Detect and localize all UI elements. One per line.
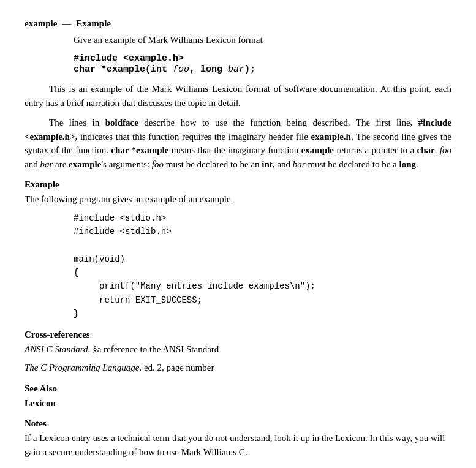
entry-dash: —	[62, 18, 71, 29]
signature-func-bar: bar	[222, 64, 244, 75]
para2-mid9: 's arguments:	[101, 159, 151, 169]
entry-description: Give an example of Mark Williams Lexicon…	[74, 35, 451, 45]
para2-it4: bar	[293, 159, 306, 169]
entry-title: example	[25, 18, 57, 29]
para2-bf8: int	[262, 159, 273, 169]
cross-ref2-normal: ed. 2, page number	[142, 363, 214, 372]
cross-heading: Cross-references	[25, 330, 451, 340]
para2-bf3: example.h	[311, 132, 350, 142]
para2-mid8: are	[53, 159, 69, 169]
example-intro: The following program gives an example o…	[25, 192, 451, 206]
paragraph1: This is an example of the Mark Williams …	[25, 82, 451, 110]
example-heading: Example	[25, 179, 451, 190]
para2-it3: foo	[152, 159, 164, 169]
paragraph1-text: This is an example of the Mark Williams …	[25, 84, 451, 108]
signature-include-text: #include <example.h>	[74, 53, 184, 64]
signature-func-end: );	[244, 64, 255, 75]
para2-mid1: describe how to use the function being d…	[138, 118, 418, 127]
para2-start: The lines in	[49, 118, 105, 127]
signature-func-start: char *example(	[74, 64, 151, 75]
notes-text: If a Lexicon entry uses a technical term…	[25, 431, 451, 459]
para2-mid11: , and	[273, 159, 293, 169]
see-also-text: Lexicon	[25, 396, 451, 410]
para2-mid10: must be declared to be an	[164, 159, 262, 169]
para2-bf1: boldface	[105, 118, 138, 127]
para2-mid4: means that the imaginary function	[168, 145, 301, 155]
para2-bf4: char *example	[111, 145, 168, 155]
para2-bf6: char	[417, 145, 435, 155]
para2-mid2: , indicates that this function requires …	[75, 132, 311, 142]
para2-it2: bar	[40, 159, 53, 169]
para2-bf9: long	[399, 159, 417, 169]
para2-end: .	[416, 159, 418, 169]
see-also-heading: See Also	[25, 383, 451, 394]
notes-heading: Notes	[25, 418, 451, 429]
entry-container: example — Example Give an example of Mar…	[25, 18, 451, 459]
cross-ref1-italic: ANSI C Standard,	[25, 344, 90, 354]
para2-bf5: example	[301, 145, 334, 155]
entry-header: example — Example	[25, 18, 451, 29]
cross-ref1-normal: §a reference to the ANSI Standard	[90, 344, 219, 354]
see-also-lexicon: Lexicon	[25, 398, 56, 408]
cross-ref2-line: The C Programming Language, ed. 2, page …	[25, 361, 451, 375]
signature-function: char *example(int foo, long bar);	[74, 64, 451, 75]
para2-it1: foo	[440, 145, 451, 155]
signature-include: #include <example.h>	[74, 53, 451, 64]
para2-mid6: .	[435, 145, 440, 155]
signature-func-keyword2: long	[200, 64, 222, 75]
para2-mid12: must be declared to be a	[306, 159, 399, 169]
entry-subtitle: Example	[76, 18, 111, 29]
paragraph2: The lines in boldface describe how to us…	[25, 116, 451, 171]
signature-func-foo: foo	[167, 64, 189, 75]
para2-mid5: returns a pointer to a	[334, 145, 417, 155]
para2-bf7: example	[69, 159, 101, 169]
code-line-1: #include <stdio.h> #include <stdlib.h> m…	[74, 213, 315, 319]
cross-ref1-line: ANSI C Standard, §a reference to the ANS…	[25, 342, 451, 357]
code-signature: #include <example.h> char *example(int f…	[74, 53, 451, 75]
signature-func-keyword: int	[151, 64, 167, 75]
cross-ref2-italic: The C Programming Language,	[25, 363, 142, 372]
code-block: #include <stdio.h> #include <stdlib.h> m…	[74, 211, 451, 321]
para2-mid7: and	[25, 159, 40, 169]
signature-func-comma: ,	[189, 64, 200, 75]
